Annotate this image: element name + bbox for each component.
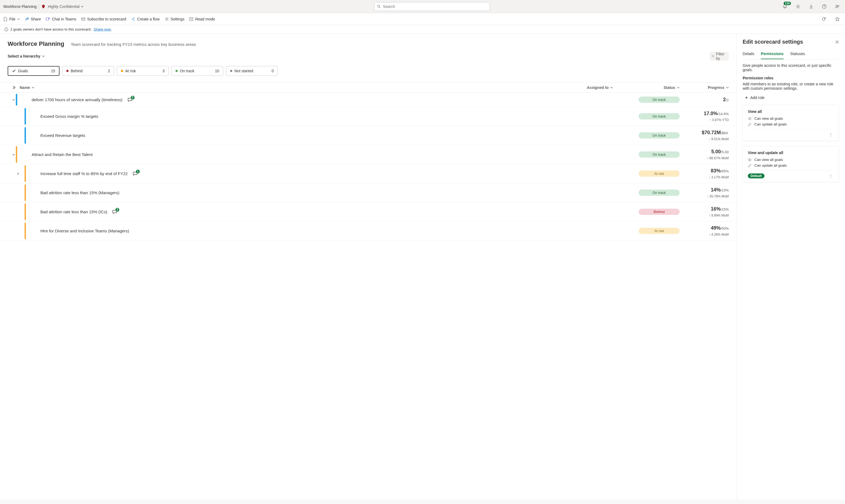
chat-teams-button[interactable]: Chat in Teams: [46, 17, 76, 21]
progress-delta: ↓ 4.26% MoM: [709, 233, 729, 236]
status-filters: Goals15Behind2At risk3On track10Not star…: [0, 66, 736, 83]
col-status-header[interactable]: Status: [619, 85, 680, 90]
role-card-view-update-all[interactable]: View and update all Can view all goals C…: [743, 146, 839, 182]
sensitivity-dropdown[interactable]: Highly Confidential: [48, 4, 84, 9]
goal-row[interactable]: Hire for Diverse and Inclusive Teams (Ma…: [0, 221, 736, 240]
stripe: [24, 127, 26, 144]
help-button[interactable]: [820, 2, 829, 11]
filter-input[interactable]: Filter by: [710, 52, 729, 60]
page-title: Workforce Planning: [7, 40, 64, 48]
svg-point-17: [712, 55, 714, 57]
refresh-button[interactable]: [819, 15, 828, 23]
goal-row[interactable]: Bad attrition rate less than 15% (Manage…: [0, 183, 736, 202]
stripe: [24, 184, 26, 201]
svg-point-2: [797, 6, 798, 7]
progress-target: /5.00: [721, 150, 729, 154]
role-more-button[interactable]: ⋮: [828, 173, 834, 179]
svg-line-1: [380, 7, 381, 8]
share-button[interactable]: Share: [25, 17, 41, 21]
download-button[interactable]: [807, 2, 815, 11]
divider: [39, 4, 39, 9]
stripe: [24, 165, 26, 182]
star-icon: [835, 17, 840, 21]
favorite-button[interactable]: [833, 15, 842, 23]
page-subtitle: Team scorecard for tracking FY23 metrics…: [71, 42, 196, 47]
progress-value: 5.00: [711, 149, 721, 155]
svg-point-0: [377, 5, 380, 7]
default-badge: Default: [748, 174, 764, 178]
filter-pill-behind[interactable]: Behind2: [62, 66, 114, 76]
status-badge: On track: [639, 151, 680, 158]
chevron-down-icon: [726, 86, 729, 89]
tab-details[interactable]: Details: [743, 50, 754, 59]
close-panel-button[interactable]: [835, 40, 839, 44]
goal-row[interactable]: Increase full time staff % to 85% by end…: [0, 164, 736, 183]
chevron-down-icon: [32, 86, 34, 89]
col-assigned-header[interactable]: Assigned to: [587, 85, 619, 90]
settings-button[interactable]: [794, 2, 803, 11]
chevron-down-icon[interactable]: [12, 153, 15, 156]
goal-row[interactable]: Exceed Gross margin % targetsOn track17.…: [0, 107, 736, 126]
goal-name: Exceed Gross margin % targets: [40, 114, 98, 119]
file-menu[interactable]: File: [3, 17, 20, 21]
shield-icon: [41, 4, 46, 9]
search-box[interactable]: [374, 2, 490, 11]
filter-pill-on-track[interactable]: On track10: [171, 66, 223, 76]
status-dot: [121, 70, 123, 72]
panel-title: Edit scorecard settings: [743, 39, 803, 45]
filter-pill-goals[interactable]: Goals15: [7, 66, 59, 76]
subscribe-icon: [81, 17, 85, 21]
app-name: Workforce Planning: [3, 4, 37, 9]
search-icon: [377, 5, 381, 8]
expand-all-icon[interactable]: [12, 86, 16, 89]
status-dot: [176, 70, 178, 72]
filter-pill-not-started[interactable]: Not started0: [226, 66, 278, 76]
goal-row[interactable]: Attract and Retain the Best TalentOn tra…: [0, 145, 736, 164]
goal-name: Attract and Retain the Best Talent: [32, 152, 92, 157]
stripe: [24, 222, 26, 239]
account-button[interactable]: [833, 2, 842, 11]
share-now-link[interactable]: Share now.: [94, 27, 111, 31]
search-input[interactable]: [383, 4, 487, 9]
read-mode-button[interactable]: Read mode: [189, 17, 215, 21]
goal-row[interactable]: Bad attrition rate less than 15% (ICs)2B…: [0, 202, 736, 221]
progress-delta: ↑ 3.87% YTD: [710, 118, 729, 122]
comment-indicator[interactable]: 2: [127, 97, 133, 102]
goal-name: Bad attrition rate less than 15% (Manage…: [40, 191, 119, 195]
role-more-button[interactable]: ⋮: [828, 131, 834, 138]
goal-name: Exceed Revenue targets: [40, 133, 85, 138]
infobar-text: 2 goals owners don't have access to this…: [11, 27, 91, 31]
comment-indicator[interactable]: 2: [112, 210, 117, 214]
roles-heading: Permission roles: [743, 76, 839, 80]
titlebar: Workforce Planning Highly Confidential 1…: [0, 0, 845, 13]
goal-name: Increase full time staff % to 85% by end…: [40, 171, 128, 176]
chevron-right-icon[interactable]: [16, 172, 20, 175]
comment-indicator[interactable]: 1: [133, 171, 138, 176]
tab-permissions[interactable]: Permissions: [761, 50, 784, 59]
hierarchy-dropdown[interactable]: Select a hierarchy: [7, 54, 45, 58]
progress-delta: ↑ 35.78% MoM: [707, 195, 729, 198]
filter-pill-at-risk[interactable]: At risk3: [117, 66, 169, 76]
progress-delta: ↓ 3.17% MoM: [709, 175, 729, 179]
col-progress-header[interactable]: Progress: [680, 85, 729, 90]
col-name-header[interactable]: Name: [20, 85, 587, 90]
goal-row[interactable]: deliver 1700 hours of service annually (…: [0, 93, 736, 107]
tab-statuses[interactable]: Statuses: [790, 50, 805, 59]
status-badge: On track: [639, 113, 680, 120]
flow-button[interactable]: Create a flow: [131, 17, 159, 21]
settings-toolbar-button[interactable]: Settings: [164, 17, 184, 21]
notifications-button[interactable]: 119: [780, 2, 789, 11]
chevron-down-icon[interactable]: [12, 98, 15, 102]
goal-row[interactable]: Exceed Revenue targetsOn track$70.72M/$6…: [0, 126, 736, 145]
panel-description: Give people access to this scorecard, or…: [743, 63, 839, 72]
add-role-button[interactable]: Add role: [745, 95, 839, 100]
svg-point-4: [824, 7, 824, 7]
role-card-view-all[interactable]: View all Can view all goals Can update a…: [743, 105, 839, 141]
status-dot: [66, 70, 69, 72]
subscribe-button[interactable]: Subscribe to scorecard: [81, 17, 126, 21]
svg-line-18: [714, 56, 714, 57]
progress-target: /2: [726, 98, 729, 102]
progress-delta: ↑ 66.67% MoM: [707, 156, 729, 160]
progress-value: 2: [723, 97, 726, 102]
progress-delta: ↑ 9.99% MoM: [709, 214, 729, 217]
